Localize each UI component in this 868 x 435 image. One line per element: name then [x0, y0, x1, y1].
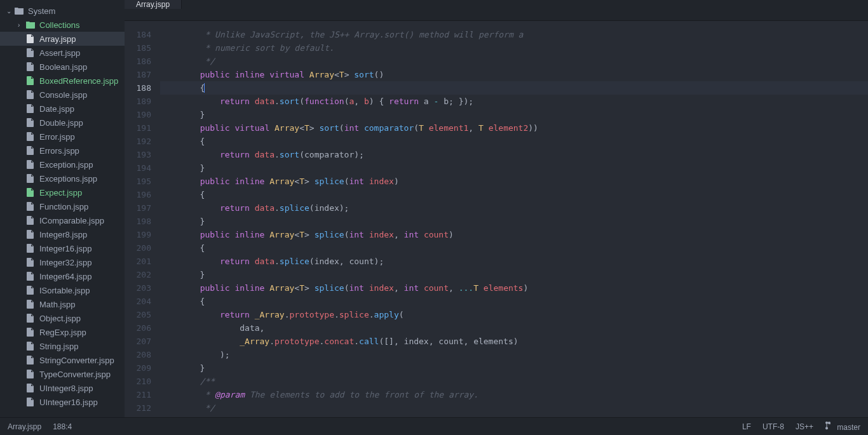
tree-file[interactable]: ISortable.jspp — [0, 283, 125, 297]
tree-file[interactable]: Object.jspp — [0, 311, 125, 325]
line-number[interactable]: 193 — [125, 148, 151, 161]
tree-file[interactable]: Exceptions.jspp — [0, 171, 125, 185]
tree-folder[interactable]: › Collections — [0, 18, 125, 32]
line-number[interactable]: 201 — [125, 255, 151, 268]
code-line[interactable]: { — [160, 188, 868, 201]
line-number[interactable]: 212 — [125, 401, 151, 415]
tree-file[interactable]: Console.jspp — [0, 88, 125, 102]
tree-file[interactable]: RegExp.jspp — [0, 325, 125, 339]
line-number[interactable]: 185 — [125, 41, 151, 55]
line-number[interactable]: 188 — [125, 81, 151, 95]
code-line[interactable]: return data.splice(index, count); — [160, 255, 868, 268]
code-line[interactable]: { — [160, 81, 868, 95]
line-number[interactable]: 202 — [125, 268, 151, 281]
file-tree[interactable]: ⌄ System › Collections Array.jsppAssert.… — [0, 0, 125, 417]
line-number[interactable]: 191 — [125, 121, 151, 135]
line-number[interactable]: 211 — [125, 388, 151, 401]
tree-file[interactable]: UInteger16.jspp — [0, 395, 125, 409]
line-number[interactable]: 186 — [125, 55, 151, 68]
file-icon — [25, 76, 36, 86]
line-number[interactable]: 194 — [125, 161, 151, 175]
code-line[interactable]: return data.sort(comparator); — [160, 148, 868, 161]
line-number[interactable]: 192 — [125, 135, 151, 148]
code-line[interactable]: } — [160, 161, 868, 175]
line-number[interactable]: 199 — [125, 228, 151, 241]
code-line[interactable]: } — [160, 215, 868, 228]
code-line[interactable]: _Array.prototype.concat.call([], index, … — [160, 335, 868, 348]
line-number[interactable]: 187 — [125, 68, 151, 81]
status-encoding[interactable]: UTF-8 — [763, 422, 784, 431]
status-cursor[interactable]: 188:4 — [53, 422, 72, 431]
status-line-ending[interactable]: LF — [742, 422, 751, 431]
line-number[interactable]: 198 — [125, 215, 151, 228]
line-number[interactable]: 184 — [125, 28, 151, 41]
tree-file[interactable]: Double.jspp — [0, 116, 125, 130]
tree-file[interactable]: Date.jspp — [0, 102, 125, 116]
line-number[interactable]: 203 — [125, 281, 151, 295]
code-line[interactable]: { — [160, 241, 868, 255]
code-line[interactable]: } — [160, 108, 868, 121]
line-gutter[interactable]: 1841851861871881891901911921931941951961… — [125, 21, 160, 417]
line-number[interactable]: 196 — [125, 188, 151, 201]
status-language[interactable]: JS++ — [796, 422, 813, 431]
code-line[interactable]: return data.splice(index); — [160, 201, 868, 215]
tree-root[interactable]: ⌄ System — [0, 4, 125, 18]
line-number[interactable]: 195 — [125, 175, 151, 188]
code-line[interactable]: data, — [160, 321, 868, 335]
code-line[interactable]: } — [160, 361, 868, 375]
code-line[interactable]: * @param The elements to add to the fron… — [160, 388, 868, 401]
tree-file[interactable]: String.jspp — [0, 339, 125, 353]
tab-bar[interactable]: Array.jspp — [125, 0, 868, 21]
tree-file[interactable]: Errors.jspp — [0, 144, 125, 157]
tree-file[interactable]: Error.jspp — [0, 130, 125, 144]
line-number[interactable]: 207 — [125, 335, 151, 348]
line-number[interactable]: 206 — [125, 321, 151, 335]
code-line[interactable]: * numeric sort by default. — [160, 41, 868, 55]
code-line[interactable]: public inline Array<T> splice(int index,… — [160, 228, 868, 241]
tree-file[interactable]: IComparable.jspp — [0, 213, 125, 227]
status-branch[interactable]: master — [825, 421, 860, 432]
code-line[interactable]: public virtual Array<T> sort(int compara… — [160, 121, 868, 135]
tree-file[interactable]: Exception.jspp — [0, 157, 125, 171]
tree-file[interactable]: Integer16.jspp — [0, 241, 125, 255]
tree-file[interactable]: Assert.jspp — [0, 46, 125, 60]
status-file[interactable]: Array.jspp — [8, 422, 41, 431]
code-line[interactable]: } — [160, 268, 868, 281]
line-number[interactable]: 208 — [125, 348, 151, 361]
line-number[interactable]: 204 — [125, 295, 151, 308]
code-line[interactable]: public inline Array<T> splice(int index,… — [160, 281, 868, 295]
code-line[interactable]: public inline Array<T> splice(int index) — [160, 175, 868, 188]
code-line[interactable]: */ — [160, 55, 868, 68]
line-number[interactable]: 205 — [125, 308, 151, 321]
tree-file[interactable]: Integer32.jspp — [0, 255, 125, 269]
line-number[interactable]: 209 — [125, 361, 151, 375]
tree-file[interactable]: Function.jspp — [0, 199, 125, 213]
line-number[interactable]: 210 — [125, 375, 151, 388]
code-line[interactable]: ); — [160, 348, 868, 361]
code-line[interactable]: * Unlike JavaScript, the JS++ Array.sort… — [160, 28, 868, 41]
tree-file[interactable]: Integer64.jspp — [0, 269, 125, 283]
line-number[interactable]: 189 — [125, 95, 151, 108]
code-editor[interactable]: 1841851861871881891901911921931941951961… — [125, 21, 868, 417]
line-number[interactable]: 190 — [125, 108, 151, 121]
line-number[interactable]: 197 — [125, 201, 151, 215]
tree-file[interactable]: StringConverter.jspp — [0, 353, 125, 367]
code-line[interactable]: return data.sort(function(a, b) { return… — [160, 95, 868, 108]
tree-file[interactable]: Boolean.jspp — [0, 60, 125, 74]
tree-file[interactable]: BoxedReference.jspp — [0, 74, 125, 88]
line-number[interactable]: 200 — [125, 241, 151, 255]
code-line[interactable]: return _Array.prototype.splice.apply( — [160, 308, 868, 321]
tree-file[interactable]: TypeConverter.jspp — [0, 367, 125, 381]
tree-file[interactable]: UInteger8.jspp — [0, 381, 125, 395]
tree-file[interactable]: Integer8.jspp — [0, 227, 125, 241]
editor-tab[interactable]: Array.jspp — [125, 0, 182, 9]
code-line[interactable]: public inline virtual Array<T> sort() — [160, 68, 868, 81]
tree-file[interactable]: Expect.jspp — [0, 185, 125, 199]
tree-file[interactable]: Math.jspp — [0, 297, 125, 311]
tree-file[interactable]: Array.jspp — [0, 32, 125, 46]
code-line[interactable]: { — [160, 295, 868, 308]
code-line[interactable]: { — [160, 135, 868, 148]
code-content[interactable]: * Unlike JavaScript, the JS++ Array.sort… — [160, 21, 868, 417]
code-line[interactable]: /** — [160, 375, 868, 388]
code-line[interactable]: */ — [160, 401, 868, 415]
